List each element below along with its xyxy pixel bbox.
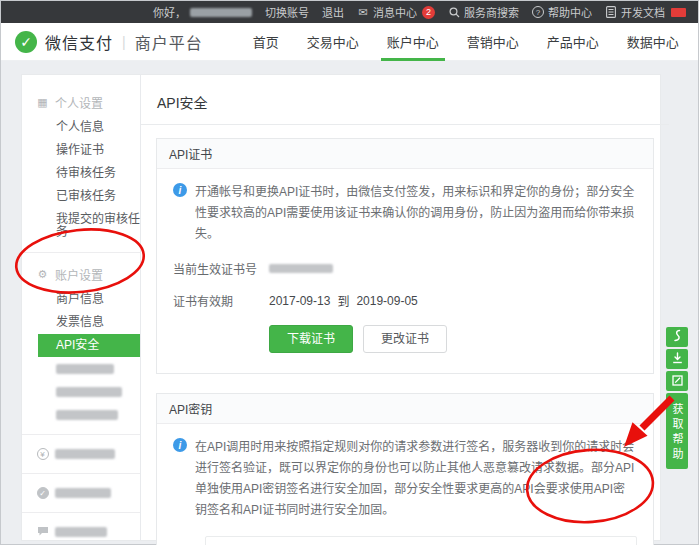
sidebar-item-api-security[interactable]: API安全 bbox=[38, 334, 140, 357]
cert-info-text: 开通帐号和更换API证书时，由微信支付签发，用来标识和界定你的身份；部分安全性要… bbox=[195, 182, 637, 245]
step-install-cert: 1 安装操作证书 API密钥属于敏感信息，只有安装了操作证书的用户才能操作 ✓ bbox=[173, 536, 637, 545]
redacted-text bbox=[55, 527, 107, 537]
sidebar-item-pending-tasks[interactable]: 待审核任务 bbox=[22, 162, 140, 185]
sidebar-item-redacted[interactable] bbox=[22, 357, 140, 380]
step-1-box: 安装操作证书 API密钥属于敏感信息，只有安装了操作证书的用户才能操作 ✓ 你已… bbox=[205, 536, 637, 545]
account-settings-label: 账户设置 bbox=[55, 266, 103, 283]
api-cert-section-title: API证书 bbox=[157, 139, 653, 169]
page-title: API安全 bbox=[156, 75, 654, 124]
cert-valid-from: 2017-09-13 bbox=[269, 294, 330, 308]
wechat-pay-logo-icon: ✓ bbox=[15, 31, 37, 53]
sidebar-item-invoice-info[interactable]: 发票信息 bbox=[22, 311, 140, 334]
redacted-text bbox=[55, 488, 111, 498]
download-cert-button[interactable]: 下载证书 bbox=[269, 325, 353, 353]
sidebar-divider bbox=[22, 473, 140, 474]
question-icon: ? bbox=[532, 6, 544, 18]
main-header: ✓ 微信支付 | 商户平台 首页 交易中心 账户中心 营销中心 产品中心 数据中… bbox=[1, 23, 698, 61]
sidebar: ▦ 个人设置 个人信息 操作证书 待审核任务 已审核任务 我提交的审核任务 ⚙ … bbox=[22, 75, 141, 540]
account-group: 你好， bbox=[153, 4, 252, 20]
link-icon bbox=[672, 328, 682, 346]
sidebar-item-operation-cert[interactable]: 操作证书 bbox=[22, 139, 140, 162]
redacted-account-number bbox=[190, 8, 252, 17]
yen-circle-icon: ¥ bbox=[36, 448, 49, 460]
sidebar-item-reviewed-tasks[interactable]: 已审核任务 bbox=[22, 185, 140, 208]
sidebar-section-account: ⚙ 账户设置 bbox=[22, 261, 140, 288]
hot-badge bbox=[671, 8, 686, 17]
cert-number-row: 当前生效证书号 bbox=[173, 260, 637, 277]
cert-to-word: 到 bbox=[337, 292, 349, 309]
sp-search-link[interactable]: 服务商搜索 bbox=[448, 4, 519, 20]
sidebar-divider bbox=[22, 252, 140, 253]
cert-validity-row: 证书有效期 2017-09-13 到 2019-09-05 bbox=[173, 292, 637, 309]
cert-number-label: 当前生效证书号 bbox=[173, 260, 269, 277]
top-utility-bar: 你好， 切换账号 退出 ✉ 消息中心 2 服务商搜索 ? 帮助中心 开发文档 bbox=[1, 1, 698, 23]
sidebar-divider bbox=[22, 434, 140, 435]
nav-item-data-center[interactable]: 数据中心 bbox=[613, 23, 693, 61]
redacted-text bbox=[56, 364, 114, 374]
envelope-icon: ✉ bbox=[357, 6, 369, 18]
comment-icon bbox=[36, 526, 49, 537]
greeting-text: 你好， bbox=[153, 4, 186, 20]
document-icon bbox=[605, 6, 617, 18]
nav-item-trade-center[interactable]: 交易中心 bbox=[293, 23, 373, 61]
brand-divider: | bbox=[122, 34, 126, 50]
change-cert-button[interactable]: 更改证书 bbox=[363, 325, 447, 353]
sidebar-item-redacted[interactable] bbox=[22, 403, 140, 426]
cert-validity-label: 证书有效期 bbox=[173, 292, 269, 309]
info-icon: i bbox=[173, 183, 187, 197]
dev-docs-link[interactable]: 开发文档 bbox=[605, 4, 686, 20]
sidebar-section-comments[interactable] bbox=[22, 521, 140, 542]
search-icon bbox=[448, 6, 460, 18]
brand-name: 微信支付 bbox=[45, 30, 113, 54]
sidebar-item-redacted[interactable] bbox=[22, 380, 140, 403]
nav-item-home[interactable]: 首页 bbox=[239, 23, 293, 61]
key-steps: 1 安装操作证书 API密钥属于敏感信息，只有安装了操作证书的用户才能操作 ✓ bbox=[173, 536, 637, 545]
redacted-text bbox=[55, 449, 115, 459]
message-center-link[interactable]: ✉ 消息中心 2 bbox=[357, 4, 435, 20]
feedback-button[interactable] bbox=[666, 371, 688, 391]
nav-item-marketing-center[interactable]: 营销中心 bbox=[453, 23, 533, 61]
redacted-text bbox=[56, 410, 118, 420]
grid-icon: ▦ bbox=[36, 96, 49, 109]
api-key-section-title: API密钥 bbox=[157, 394, 653, 424]
sidebar-item-merchant-info[interactable]: 商户信息 bbox=[22, 288, 140, 311]
get-help-button[interactable]: 获取帮助 bbox=[666, 393, 688, 469]
window-frame: 你好， 切换账号 退出 ✉ 消息中心 2 服务商搜索 ? 帮助中心 开发文档 bbox=[0, 0, 699, 545]
download-icon bbox=[672, 350, 683, 368]
primary-nav: 首页 交易中心 账户中心 营销中心 产品中心 数据中心 bbox=[239, 23, 693, 61]
content-panel: ▦ 个人设置 个人信息 操作证书 待审核任务 已审核任务 我提交的审核任务 ⚙ … bbox=[21, 74, 661, 541]
sp-search-label: 服务商搜索 bbox=[464, 4, 519, 20]
nav-item-account-center[interactable]: 账户中心 bbox=[373, 23, 453, 61]
key-info-row: i 在API调用时用来按照指定规则对你的请求参数进行签名，服务器收到你的请求时会… bbox=[173, 437, 637, 521]
switch-account-link[interactable]: 切换账号 bbox=[265, 4, 309, 20]
page-background: ▦ 个人设置 个人信息 操作证书 待审核任务 已审核任务 我提交的审核任务 ⚙ … bbox=[1, 61, 698, 544]
api-cert-section: API证书 i 开通帐号和更换API证书时，由微信支付签发，用来标识和界定你的身… bbox=[156, 138, 654, 374]
redacted-text bbox=[56, 387, 122, 397]
check-circle-icon: ✓ bbox=[36, 487, 49, 499]
sidebar-section-funds[interactable]: ¥ bbox=[22, 443, 140, 465]
help-center-link[interactable]: ? 帮助中心 bbox=[532, 4, 592, 20]
logout-link[interactable]: 退出 bbox=[322, 4, 344, 20]
download-button[interactable] bbox=[666, 349, 688, 369]
cert-info-row: i 开通帐号和更换API证书时，由微信支付签发，用来标识和界定你的身份；部分安全… bbox=[173, 182, 637, 245]
quick-link-button[interactable] bbox=[666, 327, 688, 347]
sidebar-item-my-submitted-tasks[interactable]: 我提交的审核任务 bbox=[22, 208, 140, 244]
info-icon: i bbox=[173, 438, 187, 452]
personal-settings-label: 个人设置 bbox=[55, 94, 103, 111]
nav-item-product-center[interactable]: 产品中心 bbox=[533, 23, 613, 61]
gear-icon: ⚙ bbox=[36, 268, 49, 281]
main-content: API安全 API证书 i 开通帐号和更换API证书时，由微信支付签发，用来标识… bbox=[141, 75, 660, 540]
sidebar-item-personal-info[interactable]: 个人信息 bbox=[22, 116, 140, 139]
cert-valid-to: 2019-09-05 bbox=[356, 294, 417, 308]
dev-docs-label: 开发文档 bbox=[621, 4, 665, 20]
help-center-label: 帮助中心 bbox=[548, 4, 592, 20]
message-center-label: 消息中心 bbox=[373, 4, 417, 20]
redacted-cert-number bbox=[269, 264, 333, 273]
edit-icon bbox=[672, 372, 683, 390]
sidebar-section-check[interactable]: ✓ bbox=[22, 482, 140, 504]
floating-toolbar: 获取帮助 bbox=[666, 327, 688, 469]
api-key-section: API密钥 i 在API调用时用来按照指定规则对你的请求参数进行签名，服务器收到… bbox=[156, 393, 654, 545]
sidebar-divider bbox=[22, 512, 140, 513]
portal-name: 商户平台 bbox=[135, 30, 203, 54]
title-divider bbox=[141, 124, 669, 125]
